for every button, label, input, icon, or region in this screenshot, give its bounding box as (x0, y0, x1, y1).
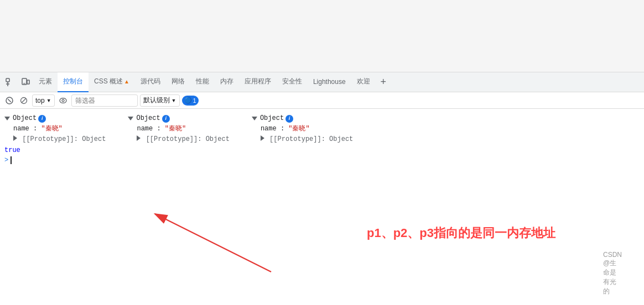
context-label: top (35, 97, 45, 104)
tab-console[interactable]: 控制台 (58, 72, 89, 92)
log-level-selector[interactable]: 默认级别 ▼ (140, 94, 180, 107)
devtools-tab-bar: 元素 控制台 CSS 概述 ▲ 源代码 网络 性能 内存 应用程序 安全性 Li… (0, 72, 644, 92)
clear-console-button[interactable] (3, 94, 15, 107)
expand-triangle-3[interactable] (252, 117, 257, 120)
obj-info-icon-2[interactable]: i (162, 115, 170, 123)
console-output-area: Object i name : "秦晓" [[Prototype]]: Obje… (0, 109, 644, 197)
svg-rect-4 (27, 80, 29, 84)
context-dropdown-icon: ▼ (46, 98, 51, 103)
svg-line-9 (22, 98, 26, 103)
obj-info-icon-3[interactable]: i (285, 115, 293, 123)
obj-prop-2: name : "秦晓" (128, 124, 229, 134)
message-icon: 🔵 (184, 97, 192, 104)
expand-triangle-1[interactable] (4, 117, 10, 120)
console-prompt[interactable]: > (0, 155, 644, 165)
device-toolbar-icon[interactable] (18, 75, 33, 90)
filter-input[interactable] (71, 94, 138, 107)
svg-line-7 (8, 99, 11, 102)
tab-lighthouse[interactable]: Lighthouse (308, 72, 351, 92)
true-value-output: true (0, 145, 644, 155)
cursor[interactable] (11, 156, 15, 164)
annotation-text: p1、p2、p3指向的是同一内存地址 (367, 225, 555, 241)
top-space (0, 0, 644, 72)
object-group: Object i name : "秦晓" [[Prototype]]: Obje… (0, 111, 644, 145)
css-warning-icon: ▲ (124, 78, 129, 85)
prompt-arrow-icon: > (4, 156, 8, 164)
obj-proto-3[interactable]: [[Prototype]]: Object (252, 134, 353, 145)
tab-application[interactable]: 应用程序 (239, 72, 277, 92)
tab-network[interactable]: 网络 (166, 72, 190, 92)
obj-keyword-1: Object (13, 113, 37, 124)
object-entry-1: Object i name : "秦晓" [[Prototype]]: Obje… (4, 113, 106, 145)
tab-performance[interactable]: 性能 (190, 72, 215, 92)
ban-icon[interactable] (18, 94, 30, 107)
obj-keyword-3: Object (260, 113, 284, 124)
svg-point-10 (60, 98, 66, 103)
context-selector[interactable]: top ▼ (32, 94, 55, 107)
obj-header-1[interactable]: Object i (4, 113, 106, 124)
tab-memory[interactable]: 内存 (215, 72, 239, 92)
tab-security[interactable]: 安全性 (277, 72, 308, 92)
proto-triangle-3[interactable] (261, 135, 264, 141)
tab-css-overview[interactable]: CSS 概述 ▲ (89, 72, 135, 92)
message-count-badge: 🔵 1 (182, 96, 199, 106)
expand-triangle-2[interactable] (128, 117, 133, 120)
obj-header-2[interactable]: Object i (128, 113, 229, 124)
obj-keyword-2: Object (136, 113, 160, 124)
level-label: 默认级别 (143, 96, 170, 105)
obj-proto-2[interactable]: [[Prototype]]: Object (128, 134, 229, 145)
level-dropdown-icon: ▼ (172, 98, 176, 103)
inspect-icon-button[interactable] (2, 75, 18, 90)
tab-sources[interactable]: 源代码 (135, 72, 166, 92)
console-toolbar: top ▼ 默认级别 ▼ 🔵 1 (0, 92, 644, 109)
svg-point-11 (62, 99, 64, 102)
tab-elements[interactable]: 元素 (33, 72, 58, 92)
eye-icon[interactable] (57, 94, 69, 107)
proto-triangle-2[interactable] (137, 135, 141, 141)
devtools-panel: 元素 控制台 CSS 概述 ▲ 源代码 网络 性能 内存 应用程序 安全性 Li… (0, 72, 644, 197)
proto-triangle-1[interactable] (13, 135, 17, 141)
csdn-footer-text: CSDN @生命是有光的 (603, 251, 622, 296)
obj-proto-1[interactable]: [[Prototype]]: Object (4, 134, 106, 145)
add-tab-button[interactable]: + (376, 75, 391, 90)
obj-prop-3: name : "秦晓" (252, 124, 353, 134)
red-arrow-svg (0, 197, 644, 286)
obj-header-3[interactable]: Object i (252, 113, 353, 124)
svg-rect-0 (6, 78, 9, 82)
obj-info-icon-1[interactable]: i (38, 115, 46, 123)
object-entry-3: Object i name : "秦晓" [[Prototype]]: Obje… (252, 113, 353, 145)
obj-prop-1: name : "秦晓" (4, 124, 106, 134)
svg-line-13 (155, 214, 271, 272)
tab-welcome[interactable]: 欢迎 (351, 72, 376, 92)
object-entry-2: Object i name : "秦晓" [[Prototype]]: Obje… (128, 113, 229, 145)
annotation-area: p1、p2、p3指向的是同一内存地址 (0, 197, 644, 286)
